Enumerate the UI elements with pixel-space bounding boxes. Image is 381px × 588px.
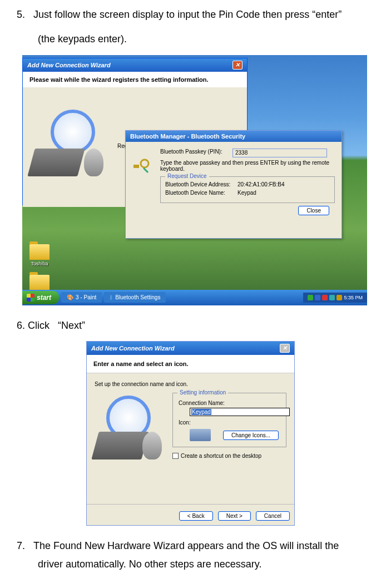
tray-icon bbox=[322, 295, 328, 300]
bt-titlebar: Bluetooth Manager - Bluetooth Security bbox=[126, 131, 342, 142]
shortcut-checkbox-row[interactable]: Create a shortcut on the desktop bbox=[172, 453, 286, 459]
taskbar: start 🎨 3 - Paint ᛒ Bluetooth Settings 5… bbox=[22, 290, 367, 305]
wizard1-title: Add New Connection Wizard bbox=[27, 62, 111, 68]
step-6: 6. Click “Next” Add New Connection Wizar… bbox=[17, 317, 364, 526]
paint-icon: 🎨 bbox=[67, 294, 73, 300]
keyboard-icon bbox=[190, 429, 211, 441]
setting-legend: Setting information bbox=[177, 389, 228, 396]
key-icon bbox=[132, 156, 150, 174]
folder-toshiba[interactable]: Toshiba bbox=[28, 244, 51, 266]
folder-icon bbox=[29, 244, 50, 260]
add-connection-wizard-2: Add New Connection Wizard ✕ Enter a name… bbox=[86, 341, 295, 526]
tray-icon bbox=[337, 295, 342, 300]
screenshot-1-desktop: Add New Connection Wizard ✕ Please wait … bbox=[22, 55, 367, 305]
wizard1-titlebar: Add New Connection Wizard ✕ bbox=[23, 58, 247, 72]
wizard2-title: Add New Connection Wizard bbox=[91, 345, 175, 352]
wizard2-heading: Enter a name and select an icon. bbox=[87, 355, 294, 373]
taskbar-item-bluetooth[interactable]: ᛒ Bluetooth Settings bbox=[104, 292, 166, 303]
bluetooth-icon: ᛒ bbox=[110, 294, 113, 300]
passkey-label: Bluetooth Passkey (PIN): bbox=[160, 149, 232, 157]
bt-instruction: Type the above passkey and then press EN… bbox=[160, 160, 335, 172]
taskbar-item-paint[interactable]: 🎨 3 - Paint bbox=[61, 292, 102, 303]
shortcut-label: Create a shortcut on the desktop bbox=[181, 453, 261, 459]
device-address-label: Bluetooth Device Address: bbox=[165, 181, 237, 187]
cancel-button[interactable]: Cancel bbox=[256, 511, 290, 521]
tray-icon bbox=[329, 295, 335, 300]
device-graphic bbox=[28, 104, 109, 179]
tray-icon bbox=[308, 295, 313, 300]
step-7-number: 7. bbox=[17, 537, 33, 555]
passkey-input[interactable]: 2338 bbox=[232, 149, 327, 157]
wizard2-subheading: Set up the connection name and icon. bbox=[95, 381, 286, 387]
wizard1-heading: Please wait while the wizard registers t… bbox=[23, 72, 247, 87]
device-name-value: Keypad bbox=[237, 190, 256, 196]
step-7: 7.The Found New Hardware Wizard appears … bbox=[17, 537, 364, 573]
windows-logo-icon bbox=[27, 294, 34, 302]
wizard2-footer: < Back Next > Cancel bbox=[87, 504, 294, 525]
folder-icon bbox=[29, 275, 50, 290]
device-address-value: 20:42:A1:00:FB:B4 bbox=[237, 181, 285, 187]
connection-name-input[interactable]: Keypad bbox=[190, 408, 290, 416]
svg-rect-0 bbox=[133, 165, 139, 168]
back-button[interactable]: < Back bbox=[179, 511, 213, 521]
icon-label: Icon: bbox=[179, 419, 280, 426]
start-button[interactable]: start bbox=[22, 291, 59, 304]
step-7-text: 7.The Found New Hardware Wizard appears … bbox=[17, 537, 364, 573]
tray-icon bbox=[315, 295, 320, 300]
step-5-number: 5. bbox=[17, 6, 33, 23]
request-device-group: Request Device Bluetooth Device Address:… bbox=[160, 176, 335, 203]
close-icon[interactable]: ✕ bbox=[232, 61, 243, 70]
bluetooth-security-dialog: Bluetooth Manager - Bluetooth Security B… bbox=[125, 130, 342, 239]
close-button[interactable]: Close bbox=[298, 206, 329, 215]
bt-body: Bluetooth Passkey (PIN): 2338 Type the a… bbox=[126, 142, 342, 238]
step-6-text: 6. Click “Next” bbox=[17, 317, 364, 334]
wizard2-titlebar: Add New Connection Wizard ✕ bbox=[87, 342, 294, 355]
step-5: 5.Just follow the screen display to inpu… bbox=[17, 6, 364, 305]
close-icon[interactable]: ✕ bbox=[280, 344, 290, 353]
step-5-text: 5.Just follow the screen display to inpu… bbox=[17, 6, 364, 23]
svg-point-1 bbox=[141, 160, 149, 167]
setting-information-group: Setting information Connection Name: Key… bbox=[172, 393, 286, 447]
connection-name-label: Connection Name: bbox=[179, 400, 280, 406]
device-name-label: Bluetooth Device Name: bbox=[165, 190, 237, 196]
wizard2-body: Set up the connection name and icon. Set… bbox=[87, 373, 294, 504]
checkbox-icon[interactable] bbox=[172, 453, 179, 459]
step-5-line2: (the keypads enter). bbox=[17, 30, 364, 48]
request-device-legend: Request Device bbox=[165, 173, 209, 179]
system-tray[interactable]: 5:35 PM bbox=[303, 293, 367, 303]
next-button[interactable]: Next > bbox=[218, 511, 251, 521]
change-icons-button[interactable]: Change Icons... bbox=[223, 431, 279, 440]
clock: 5:35 PM bbox=[344, 295, 363, 300]
device-graphic bbox=[92, 396, 162, 462]
